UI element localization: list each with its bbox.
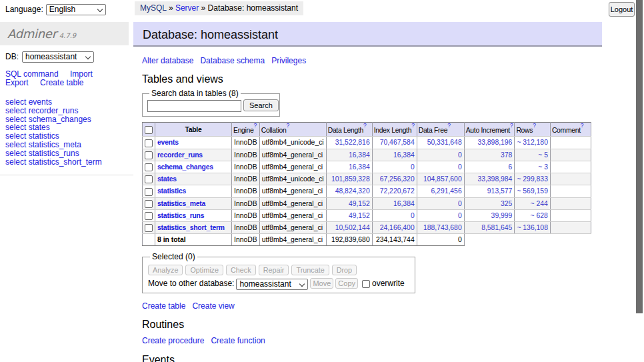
db-select[interactable]: homeassistant	[22, 51, 94, 63]
total-data-length: 192,839,680	[326, 234, 372, 246]
row-checkbox[interactable]	[145, 200, 153, 208]
cell-index-length: 24,166,400	[372, 222, 417, 234]
cell-index-length: 16,384	[372, 197, 417, 209]
selected-buttons: AnalyzeOptimizeCheckRepairTruncateDrop	[148, 265, 409, 275]
routines-links: Create procedureCreate function	[142, 337, 602, 345]
language-switcher: Language:English	[5, 4, 106, 15]
cell-auto-increment: 39,999	[464, 209, 515, 221]
cell-rows: ~ 312,180	[515, 137, 551, 149]
column-header-comment: Comment?	[550, 122, 591, 136]
cell-engine: InnoDB	[232, 209, 260, 221]
table-link[interactable]: statistics_meta	[157, 200, 205, 207]
move-label: Move to other database:	[148, 279, 234, 288]
row-checkbox[interactable]	[145, 224, 153, 232]
cell-data-free: 0	[417, 209, 464, 221]
table-link[interactable]: schema_changes	[157, 163, 213, 171]
cell-table-name: statistics	[155, 185, 232, 197]
cell-index-length: 72,220,672	[372, 185, 417, 197]
move-db-select[interactable]: homeassistant	[236, 279, 308, 290]
breadcrumb-current: Database: homeassistant	[208, 3, 298, 13]
cell-collation: utf8mb4_general_ci	[259, 161, 326, 173]
cell-comment	[550, 173, 591, 185]
select-all-checkbox[interactable]	[145, 126, 153, 134]
search-button[interactable]: Search	[243, 99, 279, 111]
cell-rows: ~ 244	[515, 197, 551, 209]
row-checkbox[interactable]	[145, 151, 153, 159]
column-header-engine: Engine?	[232, 122, 260, 136]
help-link[interactable]: ?	[286, 122, 289, 129]
optimize-button[interactable]: Optimize	[185, 265, 223, 275]
cell-comment	[550, 185, 591, 197]
row-checkbox-cell	[143, 185, 155, 197]
copy-button[interactable]: Copy	[335, 278, 358, 289]
help-link[interactable]: ?	[510, 122, 513, 129]
table-link[interactable]: states	[157, 175, 177, 183]
create-view-link[interactable]: Create view	[192, 301, 234, 311]
logout-button[interactable]: Logout	[609, 2, 635, 17]
table-link[interactable]: recorder_runs	[157, 151, 203, 159]
check-button[interactable]: Check	[226, 265, 256, 275]
total-engine: InnoDB	[232, 234, 260, 246]
help-link[interactable]: ?	[533, 122, 535, 129]
table-link[interactable]: statistics	[157, 187, 186, 195]
help-link[interactable]: ?	[447, 122, 450, 129]
cell-index-length: 0	[372, 161, 417, 173]
app-name[interactable]: Adminer	[7, 27, 57, 41]
total-data-free: 0	[417, 234, 464, 246]
sidebar-link-export[interactable]: Export	[5, 78, 29, 87]
analyze-button[interactable]: Analyze	[148, 265, 183, 275]
sidebar-link-create-table[interactable]: Create table	[40, 78, 83, 87]
cell-engine: InnoDB	[232, 197, 260, 209]
table-link[interactable]: statistics_runs	[157, 212, 204, 219]
row-checkbox-cell	[143, 197, 155, 209]
move-button[interactable]: Move	[310, 278, 333, 289]
app-version: 4.7.9	[59, 32, 76, 39]
help-link[interactable]: ?	[581, 122, 583, 129]
cell-comment	[550, 197, 591, 209]
sidebar-link-sql-command[interactable]: SQL command	[5, 69, 59, 79]
scrollbar-thumb[interactable]	[636, 0, 643, 313]
search-input[interactable]	[147, 100, 241, 112]
row-checkbox[interactable]	[145, 163, 153, 171]
table-row: statesInnoDButf8mb4_unicode_ci101,859,32…	[143, 173, 591, 185]
cell-rows: ~ 136,108	[515, 222, 551, 234]
create-function-link[interactable]: Create function	[211, 336, 265, 345]
table-link[interactable]: statistics_short_term	[157, 224, 225, 231]
truncate-button[interactable]: Truncate	[291, 265, 329, 275]
create-procedure-link[interactable]: Create procedure	[142, 336, 204, 345]
events-heading: Events	[142, 354, 602, 362]
row-checkbox[interactable]	[145, 188, 153, 196]
row-checkbox[interactable]	[145, 212, 153, 220]
app-logo: Adminer4.7.9	[0, 22, 129, 45]
ghost-cell	[550, 234, 591, 246]
cell-index-length: 70,467,584	[372, 137, 417, 149]
help-link[interactable]: ?	[363, 122, 366, 129]
database-schema-link[interactable]: Database schema	[200, 56, 265, 65]
help-link[interactable]: ?	[254, 122, 257, 129]
drop-button[interactable]: Drop	[332, 265, 357, 275]
privileges-link[interactable]: Privileges	[271, 56, 306, 65]
row-checkbox[interactable]	[145, 139, 153, 147]
cell-engine: InnoDB	[232, 161, 260, 173]
column-header-collation: Collation?	[259, 122, 326, 136]
row-checkbox[interactable]	[145, 175, 153, 183]
repair-button[interactable]: Repair	[259, 265, 289, 275]
sidebar-link-import[interactable]: Import	[70, 69, 93, 79]
alter-database-link[interactable]: Alter database	[142, 56, 193, 65]
search-row: Search	[147, 99, 279, 112]
row-checkbox-cell	[143, 222, 155, 234]
breadcrumb-link[interactable]: MySQL	[140, 3, 167, 13]
cell-rows: ~ 569,159	[515, 185, 551, 197]
table-link[interactable]: events	[157, 139, 179, 146]
cell-rows: ~ 299,833	[515, 173, 551, 185]
selected-fieldset: Selected (0) AnalyzeOptimizeCheckRepairT…	[142, 252, 415, 293]
breadcrumb-link[interactable]: Server	[175, 3, 199, 13]
overwrite-checkbox[interactable]	[362, 280, 370, 288]
cell-auto-increment: 378	[464, 149, 515, 161]
create-table-link[interactable]: Create table	[142, 301, 185, 311]
row-checkbox-cell	[143, 149, 155, 161]
sidebar-select-statistics_short_term[interactable]: select statistics_short_term	[5, 157, 102, 167]
language-select[interactable]: English	[46, 4, 106, 15]
cell-comment	[550, 209, 591, 221]
help-link[interactable]: ?	[411, 122, 414, 129]
